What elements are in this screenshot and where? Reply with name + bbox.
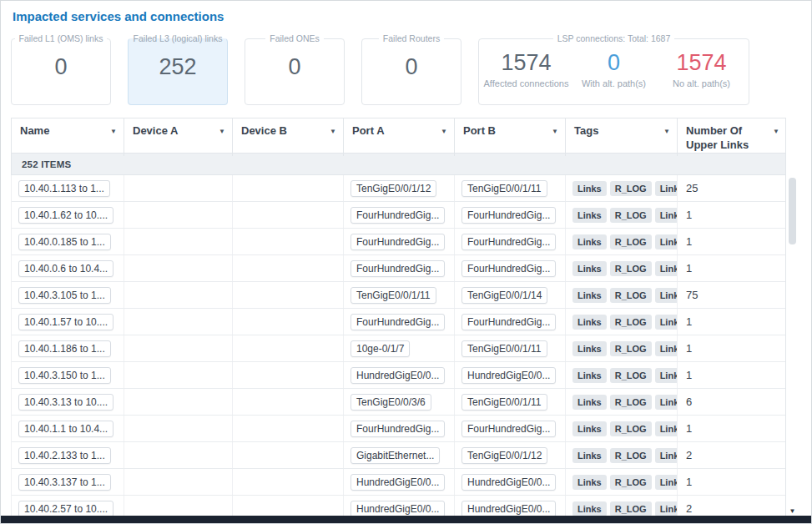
port-b-chip[interactable]: FourHundredGig...: [461, 260, 556, 277]
cell-name: 10.40.1.186 to 1...: [12, 335, 124, 361]
stat-box-failed-l1-links[interactable]: Failed L1 (OMS) links 0: [11, 33, 111, 105]
table-row[interactable]: 10.40.1.62 to 10.... FourHundredGig... F…: [12, 202, 785, 229]
column-header-device-b[interactable]: Device B ▼: [233, 118, 344, 156]
port-b-chip[interactable]: TenGigE0/0/1/11: [461, 340, 547, 357]
stat-box-label: Failed L1 (OMS) links: [15, 33, 108, 43]
chevron-down-icon[interactable]: ▼: [773, 128, 779, 136]
cell-port-b: TenGigE0/0/1/12: [455, 442, 566, 468]
service-name-chip[interactable]: 10.40.1.186 to 1...: [18, 340, 111, 357]
cell-name: 10.40.1.57 to 10....: [12, 309, 124, 335]
service-name-chip[interactable]: 10.40.1.57 to 10....: [18, 314, 113, 330]
metric-with-alt-paths[interactable]: 0 With alt. path(s): [570, 50, 658, 88]
service-name-chip[interactable]: 10.40.3.13 to 10....: [18, 394, 113, 411]
table-row[interactable]: 10.40.3.105 to 1... TenGigE0/0/1/11 TenG…: [12, 282, 785, 309]
metric-affected-connections[interactable]: 1574 Affected connections: [482, 50, 570, 88]
chevron-down-icon[interactable]: ▼: [663, 128, 670, 136]
cell-port-b: HundredGigE0/0...: [455, 362, 566, 388]
port-a-chip[interactable]: FourHundredGig...: [351, 234, 445, 250]
table-row[interactable]: 10.40.0.185 to 1... FourHundredGig... Fo…: [12, 229, 785, 255]
port-a-chip[interactable]: GigabitEthernet...: [351, 447, 440, 464]
table-row[interactable]: 10.40.0.6 to 10.4... FourHundredGig... F…: [12, 255, 785, 282]
column-header-port-b[interactable]: Port B ▼: [455, 118, 566, 156]
table-row[interactable]: 10.40.2.57 to 10.... HundredGigE0/0... H…: [12, 496, 785, 517]
cell-name: 10.40.2.133 to 1...: [12, 442, 124, 468]
cell-port-b: FourHundredGig...: [455, 255, 566, 281]
cell-device-b: [233, 469, 344, 495]
cell-port-b: FourHundredGig...: [455, 202, 566, 228]
service-name-chip[interactable]: 10.40.1.62 to 10....: [18, 207, 113, 224]
column-header-port-a[interactable]: Port A ▼: [344, 118, 455, 156]
port-b-chip[interactable]: FourHundredGig...: [461, 207, 556, 224]
cell-upper-links: 25: [678, 175, 785, 201]
cell-device-a: [124, 255, 233, 281]
service-name-chip[interactable]: 10.40.3.137 to 1...: [18, 474, 111, 491]
table-row[interactable]: 10.40.1.1 to 10.4... FourHundredGig... F…: [12, 416, 785, 442]
column-header-upper-links[interactable]: Number Of Upper Links ▼: [678, 118, 786, 156]
scrollbar-thumb[interactable]: [789, 178, 796, 244]
port-b-chip[interactable]: TenGigE0/0/1/11: [461, 394, 547, 411]
port-a-chip[interactable]: HundredGigE0/0...: [351, 367, 445, 384]
stat-box-failed-routers[interactable]: Failed Routers 0: [361, 33, 461, 105]
column-label: Device B: [241, 124, 287, 137]
port-b-chip[interactable]: HundredGigE0/0...: [461, 367, 556, 384]
tag-badge: R_LOG: [610, 181, 652, 196]
table-row[interactable]: 10.40.1.57 to 10.... FourHundredGig... F…: [12, 309, 785, 335]
chevron-down-icon[interactable]: ▼: [219, 128, 225, 136]
port-a-chip[interactable]: TenGigE0/0/3/6: [351, 394, 431, 411]
stat-box-failed-l3-links[interactable]: Failed L3 (logical) links 252: [128, 33, 228, 105]
port-b-chip[interactable]: HundredGigE0/0...: [461, 474, 556, 491]
port-a-chip[interactable]: HundredGigE0/0...: [351, 474, 445, 491]
port-a-chip[interactable]: FourHundredGig...: [351, 207, 445, 224]
column-header-name[interactable]: Name ▼: [12, 118, 124, 156]
port-b-chip[interactable]: HundredGigE0/0...: [461, 501, 556, 517]
port-a-chip[interactable]: TenGigE0/0/1/11: [351, 287, 436, 304]
service-name-chip[interactable]: 10.40.3.105 to 1...: [18, 287, 111, 304]
service-name-chip[interactable]: 10.40.1.1 to 10.4...: [18, 421, 113, 437]
chevron-down-icon[interactable]: ▼: [552, 128, 558, 136]
service-name-chip[interactable]: 10.40.0.6 to 10.4...: [18, 260, 113, 277]
table-row[interactable]: 10.40.1.113 to 1... TenGigE0/0/1/12 TenG…: [12, 175, 785, 202]
service-name-chip[interactable]: 10.40.3.150 to 1...: [18, 367, 111, 384]
port-a-chip[interactable]: FourHundredGig...: [351, 260, 445, 277]
cell-upper-links: 1: [678, 362, 785, 388]
tag-badge: Links: [572, 181, 607, 196]
table-row[interactable]: 10.40.2.133 to 1... GigabitEthernet... T…: [12, 442, 785, 469]
tag-badge: Link: [655, 448, 678, 463]
cell-device-b: [233, 175, 344, 201]
table-row[interactable]: 10.40.3.137 to 1... HundredGigE0/0... Hu…: [12, 469, 785, 496]
port-a-chip[interactable]: FourHundredGig...: [351, 314, 445, 330]
port-a-chip[interactable]: TenGigE0/0/1/12: [351, 180, 436, 197]
service-name-chip[interactable]: 10.40.2.57 to 10....: [18, 501, 113, 517]
port-b-chip[interactable]: FourHundredGig...: [461, 421, 556, 437]
column-header-device-a[interactable]: Device A ▼: [124, 118, 233, 156]
cell-name: 10.40.3.13 to 10....: [12, 389, 124, 415]
port-b-chip[interactable]: TenGigE0/0/1/11: [461, 180, 547, 197]
port-b-chip[interactable]: FourHundredGig...: [461, 314, 556, 330]
port-b-chip[interactable]: TenGigE0/0/1/12: [461, 447, 547, 464]
port-a-chip[interactable]: HundredGigE0/0...: [351, 501, 445, 517]
metric-caption: No alt. path(s): [658, 78, 745, 88]
port-a-chip[interactable]: FourHundredGig...: [351, 421, 445, 437]
lsp-connections-box: LSP connections: Total: 1687 1574 Affect…: [478, 33, 749, 105]
service-name-chip[interactable]: 10.40.1.113 to 1...: [18, 180, 110, 197]
service-name-chip[interactable]: 10.40.2.133 to 1...: [18, 447, 111, 464]
port-a-chip[interactable]: 10ge-0/1/7: [351, 340, 410, 357]
column-header-tags[interactable]: Tags ▼: [566, 118, 678, 156]
tag-badge: R_LOG: [610, 475, 652, 490]
chevron-down-icon[interactable]: ▼: [110, 128, 117, 136]
service-name-chip[interactable]: 10.40.0.185 to 1...: [18, 234, 111, 250]
metric-no-alt-paths[interactable]: 1574 No alt. path(s): [658, 50, 745, 88]
port-b-chip[interactable]: FourHundredGig...: [461, 234, 556, 250]
table-row[interactable]: 10.40.3.13 to 10.... TenGigE0/0/3/6 TenG…: [12, 389, 785, 416]
stat-box-failed-ones[interactable]: Failed ONEs 0: [245, 33, 345, 105]
port-b-chip[interactable]: TenGigE0/0/1/14: [461, 287, 547, 304]
table-row[interactable]: 10.40.1.186 to 1... 10ge-0/1/7 TenGigE0/…: [12, 335, 785, 362]
chevron-down-icon[interactable]: ▼: [441, 128, 447, 136]
cell-port-a: 10ge-0/1/7: [344, 335, 455, 361]
cell-device-b: [233, 309, 344, 335]
column-label: Device A: [133, 124, 178, 137]
tag-badge: Links: [572, 395, 607, 410]
chevron-down-icon[interactable]: ▼: [330, 128, 336, 136]
table-scrollbar[interactable]: ▼: [785, 118, 799, 517]
table-row[interactable]: 10.40.3.150 to 1... HundredGigE0/0... Hu…: [12, 362, 785, 389]
